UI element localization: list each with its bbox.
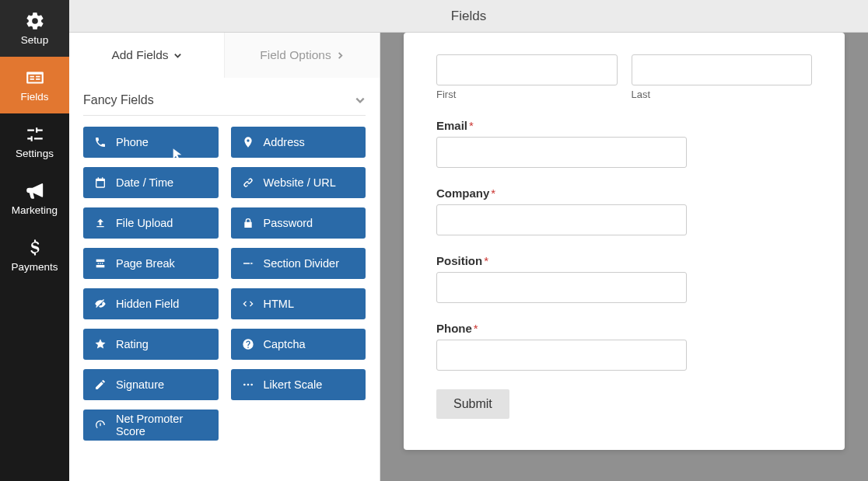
required-indicator: * bbox=[474, 322, 478, 335]
field-button-label: Captcha bbox=[264, 338, 306, 350]
page-title: Fields bbox=[451, 9, 486, 24]
upload-icon bbox=[94, 217, 107, 229]
field-button-code[interactable]: HTML bbox=[231, 288, 366, 319]
left-nav: Setup Fields Settings Marketing Payments bbox=[0, 0, 69, 481]
pencil-icon bbox=[94, 378, 107, 391]
bullhorn-icon bbox=[25, 181, 45, 201]
field-button-label: Hidden Field bbox=[116, 298, 179, 310]
calendar-icon bbox=[94, 176, 107, 189]
tab-field-options[interactable]: Field Options bbox=[224, 33, 380, 78]
field-button-label: Likert Scale bbox=[264, 378, 323, 391]
submit-button[interactable]: Submit bbox=[436, 389, 509, 419]
last-name-input[interactable] bbox=[632, 54, 813, 85]
field-button-phone[interactable]: Phone bbox=[83, 127, 219, 158]
company-input[interactable] bbox=[436, 204, 687, 235]
help-icon bbox=[242, 338, 254, 350]
field-button-divider[interactable]: Section Divider bbox=[231, 248, 366, 279]
pagebreak-icon bbox=[94, 257, 107, 270]
gear-icon bbox=[25, 11, 45, 31]
field-button-label: Phone bbox=[116, 136, 149, 148]
nav-item-marketing[interactable]: Marketing bbox=[0, 170, 69, 227]
nav-item-settings[interactable]: Settings bbox=[0, 113, 69, 170]
tab-add-fields[interactable]: Add Fields bbox=[69, 33, 224, 78]
form-card: First Last Email*Company*Position*Phone*… bbox=[404, 33, 845, 450]
phone-input[interactable] bbox=[436, 340, 687, 371]
first-name-input[interactable] bbox=[436, 54, 618, 85]
phone-icon bbox=[94, 136, 107, 148]
required-indicator: * bbox=[491, 186, 495, 200]
field-button-label: Address bbox=[264, 136, 305, 148]
field-button-label: File Upload bbox=[116, 217, 173, 229]
group-fancy-fields[interactable]: Fancy Fields bbox=[83, 85, 366, 116]
field-button-upload[interactable]: File Upload bbox=[83, 207, 219, 239]
field-button-label: Date / Time bbox=[116, 176, 173, 189]
dots-icon bbox=[242, 378, 254, 391]
gauge-icon bbox=[94, 419, 107, 431]
panel-tabs: Add Fields Field Options bbox=[69, 33, 380, 78]
field-button-lock[interactable]: Password bbox=[231, 207, 366, 239]
chevron-down-icon bbox=[173, 51, 182, 60]
divider-icon bbox=[242, 257, 254, 270]
email-input[interactable] bbox=[436, 137, 687, 168]
field-button-pin[interactable]: Address bbox=[231, 127, 366, 158]
nav-label-settings: Settings bbox=[16, 148, 54, 159]
workspace: Add Fields Field Options Fancy Fields Ph… bbox=[69, 33, 868, 481]
form-icon bbox=[25, 68, 45, 88]
field-button-dots[interactable]: Likert Scale bbox=[231, 369, 366, 400]
dollar-icon bbox=[25, 238, 45, 258]
field-button-eye-off[interactable]: Hidden Field bbox=[83, 288, 219, 319]
fields-panel: Add Fields Field Options Fancy Fields Ph… bbox=[69, 33, 380, 481]
sliders-icon bbox=[25, 124, 45, 145]
panel-body: Fancy Fields PhoneAddressDate / TimeWebs… bbox=[69, 78, 380, 481]
last-name-sublabel: Last bbox=[632, 89, 813, 100]
top-bar: Fields bbox=[69, 0, 868, 33]
field-button-label: Website / URL bbox=[264, 176, 336, 189]
form-row-name[interactable]: First Last bbox=[436, 54, 812, 100]
star-icon bbox=[94, 338, 107, 350]
field-button-label: Rating bbox=[116, 338, 149, 350]
cursor-icon bbox=[171, 148, 184, 160]
nav-item-payments[interactable]: Payments bbox=[0, 227, 69, 284]
form-row-phone[interactable]: Phone* bbox=[436, 322, 812, 371]
nav-label-setup: Setup bbox=[21, 34, 48, 46]
field-button-star[interactable]: Rating bbox=[83, 329, 219, 360]
first-name-sublabel: First bbox=[436, 89, 618, 100]
field-button-calendar[interactable]: Date / Time bbox=[83, 167, 219, 198]
nav-item-setup[interactable]: Setup bbox=[0, 0, 69, 57]
field-label: Position bbox=[436, 254, 482, 267]
submit-button-label: Submit bbox=[453, 397, 492, 410]
field-label: Email bbox=[436, 119, 467, 132]
chevron-down-icon bbox=[355, 95, 366, 106]
field-button-link[interactable]: Website / URL bbox=[231, 167, 366, 198]
field-button-label: Password bbox=[264, 217, 313, 229]
field-button-label: Section Divider bbox=[264, 257, 340, 270]
nav-label-marketing: Marketing bbox=[12, 204, 58, 216]
field-button-pencil[interactable]: Signature bbox=[83, 369, 219, 400]
main-area: Fields Add Fields Field Options Fancy Fi… bbox=[69, 0, 868, 481]
field-label: Phone bbox=[436, 322, 472, 335]
pin-icon bbox=[242, 136, 254, 148]
required-indicator: * bbox=[484, 254, 488, 267]
field-button-help[interactable]: Captcha bbox=[231, 329, 366, 360]
form-row-email[interactable]: Email* bbox=[436, 119, 812, 168]
form-row-position[interactable]: Position* bbox=[436, 254, 812, 303]
lock-icon bbox=[242, 217, 254, 229]
field-button-label: Signature bbox=[116, 378, 164, 391]
field-button-label: Page Break bbox=[116, 257, 175, 270]
nav-item-fields[interactable]: Fields bbox=[0, 57, 69, 113]
chevron-right-icon bbox=[336, 51, 345, 60]
form-row-company[interactable]: Company* bbox=[436, 186, 812, 235]
field-button-pagebreak[interactable]: Page Break bbox=[83, 248, 219, 279]
tab-field-options-label: Field Options bbox=[260, 48, 331, 62]
form-preview-canvas[interactable]: First Last Email*Company*Position*Phone*… bbox=[380, 33, 868, 481]
code-icon bbox=[242, 298, 254, 310]
field-grid: PhoneAddressDate / TimeWebsite / URLFile… bbox=[83, 127, 366, 441]
field-label: Company bbox=[436, 186, 489, 200]
required-indicator: * bbox=[469, 119, 474, 132]
field-button-label: Net Promoter Score bbox=[116, 413, 208, 437]
position-input[interactable] bbox=[436, 272, 687, 303]
tab-add-fields-label: Add Fields bbox=[111, 48, 168, 62]
link-icon bbox=[242, 176, 254, 189]
field-button-gauge[interactable]: Net Promoter Score bbox=[83, 410, 219, 441]
nav-label-fields: Fields bbox=[20, 91, 48, 103]
